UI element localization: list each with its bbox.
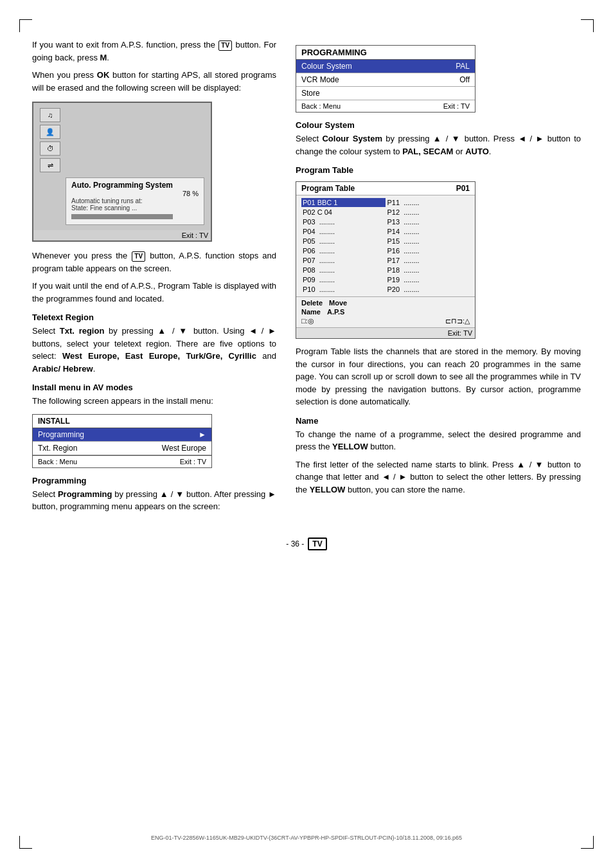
aps-icon-scan: ⇌ <box>40 158 60 172</box>
programming-row-colour: Colour System PAL <box>296 60 475 73</box>
pt-row-p20: P20 ........ <box>386 285 470 294</box>
intro-paragraph-2: When you press OK button for starting AP… <box>32 69 276 94</box>
pt-exit: Exit: TV <box>296 327 475 338</box>
footer-tv-box: TV <box>308 538 326 550</box>
teletext-region-title: Teletext Region <box>32 312 276 322</box>
program-table-box: Program Table P01 P01 BBC 1 P11 ........… <box>296 181 475 339</box>
pt-footer-row-2: Name A.P.S <box>301 308 470 316</box>
aps-icon-row-2: 👤 <box>40 125 204 139</box>
prog-exit-tv: Exit : TV <box>443 102 470 110</box>
pt-body: P01 BBC 1 P11 ........ P02 C 04 P12 ....… <box>296 195 475 296</box>
pt-header: Program Table P01 <box>296 182 475 195</box>
programming-footer: Back : Menu Exit : TV <box>296 100 475 112</box>
after-aps-paragraph-2: If you wait until the end of A.P.S., Pro… <box>32 280 276 305</box>
aps-sub1: Automatic tuning runs at: <box>71 197 199 204</box>
prog-back-menu: Back : Menu <box>301 102 341 110</box>
aps-icon-row-4: ⇌ <box>40 158 204 172</box>
install-footer: Back : Menu Exit : TV <box>33 455 211 467</box>
pt-footer-row-1: Delete Move <box>301 299 470 307</box>
pt-icon-left: □:◎ <box>301 317 314 325</box>
aps-progress-bar <box>71 214 173 219</box>
teletext-options-bold: West Europe, East Europe, Turk/Gre, Cyri… <box>62 351 256 361</box>
colour-system-label: Colour System <box>301 62 352 71</box>
aps-icon-row-3: ⏱ <box>40 141 204 156</box>
pt-grid: P01 BBC 1 P11 ........ P02 C 04 P12 ....… <box>301 198 470 294</box>
corner-br <box>581 836 594 849</box>
pt-header-left: Program Table <box>301 184 355 193</box>
corner-tl <box>19 19 32 32</box>
m-label: M <box>100 53 107 62</box>
aps-icon-clock: ⏱ <box>40 141 60 156</box>
pt-row-p12: P12 ........ <box>386 208 470 217</box>
install-programming-arrow: ► <box>199 430 206 439</box>
install-txt-label: Txt. Region <box>38 444 77 453</box>
aps-screen-inner: ♫ 👤 ⏱ ⇌ Auto. Programming System <box>33 103 211 230</box>
name-paragraph-2: The first letter of the selected name st… <box>296 458 581 496</box>
aps-info-box: Auto. Programming System 78 % Automatic … <box>66 177 204 225</box>
pt-delete-label: Delete <box>301 299 323 307</box>
pt-row-p09: P09 ........ <box>301 275 386 284</box>
aps-icon-person: 👤 <box>40 125 60 139</box>
install-header: INSTALL <box>33 415 211 428</box>
programming-row-store: Store <box>296 87 475 100</box>
name-section-title: Name <box>296 416 581 426</box>
pt-description: Program Table lists the channels that ar… <box>296 345 581 408</box>
corner-tr <box>581 19 594 32</box>
pt-row-p11: P11 ........ <box>386 198 470 207</box>
vcr-mode-value: Off <box>459 75 470 84</box>
yellow-bold-1: YELLOW <box>332 442 368 451</box>
pt-row-p19: P19 ........ <box>386 275 470 284</box>
aps-percent: 78 % <box>182 190 199 197</box>
colour-system-title: Colour System <box>296 120 581 130</box>
arabic-bold: Arabic/ Hebrew <box>32 364 93 374</box>
pt-header-right: P01 <box>456 184 470 193</box>
aps-screen: ♫ 👤 ⏱ ⇌ Auto. Programming System <box>32 102 212 242</box>
programming-header: PROGRAMMING <box>296 46 475 60</box>
ok-label: OK <box>97 70 110 80</box>
right-column: PROGRAMMING Colour System PAL VCR Mode O… <box>296 39 581 518</box>
colour-system-bold: Colour System <box>322 134 382 143</box>
pt-row-p17: P17 ........ <box>386 256 470 265</box>
programming-paragraph: Select Programming by pressing ▲ / ▼ but… <box>32 488 276 513</box>
install-txt-value: West Europe <box>162 444 206 453</box>
pt-row-p05: P05 ........ <box>301 237 386 246</box>
pt-footer-icons: □:◎ ⊏⊓⊐:△ <box>301 317 470 325</box>
txt-region-bold: Txt. region <box>60 326 105 336</box>
colour-system-paragraph: Select Colour System by pressing ▲ / ▼ b… <box>296 132 581 158</box>
aps-icon-row-1: ♫ <box>40 108 204 122</box>
pt-name-label: Name <box>301 308 321 316</box>
aps-title: Auto. Programming System <box>71 181 199 190</box>
aps-sub2: State: Fine scanning ... <box>71 204 199 212</box>
content-columns: If you want to exit from A.P.S. function… <box>32 39 581 518</box>
pt-move-label: Move <box>329 299 347 307</box>
intro-paragraph-1: If you want to exit from A.P.S. function… <box>32 39 276 64</box>
pt-row-p18: P18 ........ <box>386 266 470 275</box>
programming-box: PROGRAMMING Colour System PAL VCR Mode O… <box>296 45 475 113</box>
pt-row-p01: P01 BBC 1 <box>301 198 386 207</box>
page-footer: - 36 - TV <box>32 538 581 550</box>
page-number: - 36 - <box>286 539 304 548</box>
colour-system-value: PAL <box>456 62 470 71</box>
page: If you want to exit from A.P.S. function… <box>0 0 613 868</box>
doc-id: ENG-01-TV-22856W-1165UK-MB29-UKIDTV-(36C… <box>32 835 581 841</box>
store-label: Store <box>301 89 320 98</box>
aps-icon-music: ♫ <box>40 108 60 122</box>
pt-footer: Delete Move Name A.P.S □:◎ ⊏⊓⊐:△ <box>296 296 475 327</box>
pt-icon-right: ⊏⊓⊐:△ <box>445 317 470 325</box>
name-paragraph-1: To change the name of a programme, selec… <box>296 428 581 453</box>
pt-row-p10: P10 ........ <box>301 285 386 294</box>
aps-progress-row: 78 % <box>71 190 199 197</box>
install-menu-paragraph: The following screen appears in the inst… <box>32 395 276 408</box>
program-table-section-title: Program Table <box>296 165 581 175</box>
pt-row-p16: P16 ........ <box>386 246 470 255</box>
install-menu-title: Install menu in AV modes <box>32 383 276 392</box>
install-row-txt-region: Txt. Region West Europe <box>33 442 211 455</box>
pt-row-p07: P07 ........ <box>301 256 386 265</box>
pt-row-p14: P14 ........ <box>386 227 470 236</box>
pal-secam-bold: PAL, SECAM <box>402 147 453 156</box>
programming-bold: Programming <box>58 489 112 499</box>
pt-row-p13: P13 ........ <box>386 217 470 226</box>
pt-row-p15: P15 ........ <box>386 237 470 246</box>
install-exit-tv: Exit : TV <box>180 458 206 466</box>
install-box: INSTALL Programming ► Txt. Region West E… <box>32 414 212 468</box>
